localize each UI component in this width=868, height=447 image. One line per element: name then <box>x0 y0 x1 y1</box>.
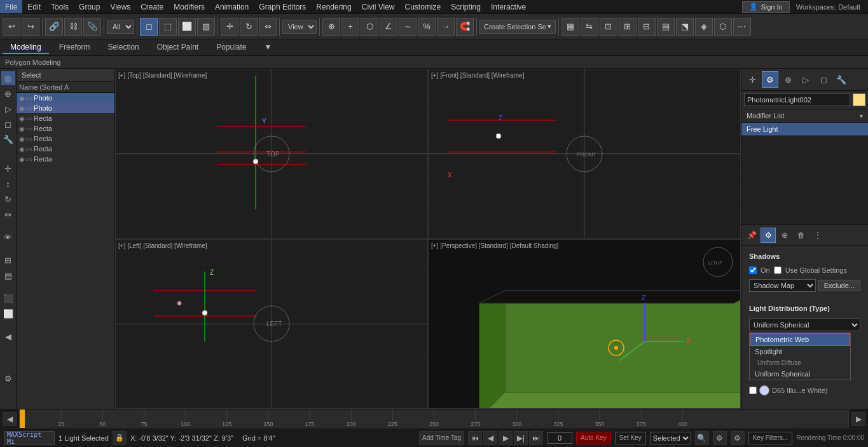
rp-motion-icon[interactable]: ▷ <box>797 71 814 88</box>
menu-file[interactable]: File <box>0 0 22 13</box>
sign-in-button[interactable]: 👤 Sign In <box>742 1 789 13</box>
pivot-button[interactable]: ⊕ <box>322 18 340 36</box>
rp-create-icon[interactable]: ✛ <box>744 71 761 88</box>
li-grid-icon[interactable]: ⊞ <box>1 253 15 267</box>
mirror-button[interactable]: ⇆ <box>581 18 598 36</box>
use-global-settings-checkbox[interactable] <box>774 266 782 274</box>
shadows-on-checkbox[interactable] <box>749 266 757 274</box>
li-motion-icon[interactable]: ▷ <box>1 102 15 116</box>
next-frame-button[interactable]: ▶| <box>514 431 528 445</box>
li-layers-icon[interactable]: ▤ <box>1 268 15 282</box>
li-arrow-left-icon[interactable]: ◀ <box>1 329 15 343</box>
exclude-button[interactable]: Exclude... <box>818 280 860 291</box>
object-name-input[interactable] <box>744 93 850 106</box>
menu-animation[interactable]: Animation <box>210 0 254 13</box>
rp-pin-icon[interactable]: 📌 <box>744 228 759 243</box>
color-swatch[interactable] <box>759 385 769 395</box>
list-item[interactable]: ◉○○ Recta <box>17 123 114 134</box>
li-move-icon[interactable]: ↕ <box>1 177 15 191</box>
rp-utilities-icon[interactable]: 🔧 <box>833 71 850 88</box>
shadow-type-dropdown[interactable]: Shadow Map <box>749 279 816 292</box>
prev-frame-button[interactable]: ◀ <box>483 431 497 445</box>
align2-button[interactable]: ⊞ <box>619 18 637 36</box>
list-item[interactable]: ◉○○ Recta <box>17 154 114 164</box>
rp-copy-icon[interactable]: ⊕ <box>777 228 792 243</box>
li-create-icon[interactable]: ✛ <box>1 162 15 175</box>
unlink-button[interactable]: ⛓ <box>64 18 82 36</box>
align3-button[interactable]: ⊟ <box>638 18 656 36</box>
auto-key-button[interactable]: Auto Key <box>576 432 611 444</box>
rp-display-icon[interactable]: ◻ <box>815 71 832 88</box>
li-display-icon[interactable]: ◻ <box>1 117 15 131</box>
link-button[interactable]: 🔗 <box>45 18 63 36</box>
color-checkbox[interactable] <box>749 387 757 394</box>
list-item[interactable]: ◉○○ Photo <box>17 103 114 113</box>
free-light-item[interactable]: Free Light <box>741 123 868 135</box>
list-item[interactable]: ◉○○ Photo <box>17 93 114 103</box>
li-quad-icon[interactable]: ⬛ <box>1 291 15 305</box>
layer-button[interactable]: ▤ <box>657 18 675 36</box>
frame-input[interactable] <box>547 432 572 444</box>
menu-tools[interactable]: Tools <box>46 0 74 13</box>
lock-button[interactable]: 🔒 <box>113 431 127 445</box>
angle-button[interactable]: ∠ <box>380 18 397 36</box>
timeline-arrow-right[interactable]: ▶ <box>851 412 865 426</box>
rp-hierarchy-icon[interactable]: ⊕ <box>780 71 796 88</box>
rotate-button[interactable]: ↻ <box>240 18 258 36</box>
select-region-button[interactable]: ⬚ <box>159 18 177 36</box>
distribution-dropdown-popup[interactable]: Photometric Web Spotlight Uniform Diffus… <box>749 333 851 380</box>
menu-edit[interactable]: Edit <box>22 0 46 13</box>
bind-button[interactable]: 📎 <box>83 18 101 36</box>
dd-photometric-web[interactable]: Photometric Web <box>750 333 850 346</box>
tab-selection[interactable]: Selection <box>100 41 146 54</box>
select-region3-button[interactable]: ▨ <box>197 18 215 36</box>
menu-interactive[interactable]: Interactive <box>486 0 531 13</box>
go-end-button[interactable]: ⏭ <box>529 431 543 445</box>
tab-object-paint[interactable]: Object Paint <box>149 41 206 54</box>
list-item[interactable]: ◉○○ Recta <box>17 144 114 154</box>
li-wrench-icon[interactable]: ⚙ <box>1 371 15 385</box>
menu-views[interactable]: Views <box>105 0 135 13</box>
tab-freeform[interactable]: Freeform <box>52 41 98 54</box>
named-selection-button[interactable]: ▦ <box>561 18 579 36</box>
li-utilities-icon[interactable]: 🔧 <box>1 132 15 146</box>
manipulator-button[interactable]: ⬡ <box>361 18 378 36</box>
selected-dropdown[interactable]: Selected <box>650 432 691 444</box>
select-button[interactable]: ◻ <box>140 18 158 36</box>
select-region2-button[interactable]: ⬜ <box>178 18 196 36</box>
menu-create[interactable]: Create <box>135 0 169 13</box>
tab-modeling[interactable]: Modeling <box>3 41 49 54</box>
search-button[interactable]: 🔍 <box>695 431 709 445</box>
arrow-button[interactable]: → <box>437 18 455 36</box>
add-time-tag-button[interactable]: Add Time Tag <box>419 431 464 445</box>
graph-button[interactable]: ⬔ <box>676 18 694 36</box>
magnet-button[interactable]: 🧲 <box>456 18 474 36</box>
li-single-icon[interactable]: ⬜ <box>1 306 15 320</box>
render2-button[interactable]: ⬡ <box>714 18 732 36</box>
align-button[interactable]: ⊡ <box>600 18 617 36</box>
rp-modify-icon[interactable]: ⚙ <box>762 71 778 88</box>
percent-button[interactable]: % <box>418 18 436 36</box>
set-key-button[interactable]: Set Key <box>615 432 646 444</box>
li-hierarchy-icon[interactable]: ⊕ <box>1 86 15 100</box>
maxscript-mini[interactable]: MAXScript Mi <box>4 431 55 445</box>
curve-button[interactable]: ～ <box>399 18 417 36</box>
render3-button[interactable]: ⋯ <box>733 18 751 36</box>
viewport-perspective[interactable]: [+] [Perspective] [Standard] [Default Sh… <box>428 239 741 409</box>
list-item[interactable]: ◉○○ Recta <box>17 113 114 123</box>
light-distribution-dropdown[interactable]: Uniform Spherical <box>749 319 860 331</box>
undo-button[interactable]: ↩ <box>3 18 20 36</box>
rp-configure-icon[interactable]: ⚙ <box>761 228 776 243</box>
settings2-button[interactable]: ⚙ <box>713 431 727 445</box>
li-rotate-icon[interactable]: ↻ <box>1 192 15 206</box>
move-button[interactable]: ✛ <box>221 18 238 36</box>
key-filters-button[interactable]: Key Filters... <box>748 432 793 444</box>
list-item[interactable]: ◉○○ Recta <box>17 134 114 144</box>
filter-button[interactable]: ⚙ <box>731 431 745 445</box>
play-button[interactable]: ▶ <box>499 431 513 445</box>
menu-group[interactable]: Group <box>74 0 105 13</box>
rp-settings-icon[interactable]: ⋮ <box>810 228 825 243</box>
object-color-box[interactable] <box>853 93 865 106</box>
filter-dropdown[interactable]: All <box>107 20 134 34</box>
menu-customize[interactable]: Customize <box>400 0 446 13</box>
